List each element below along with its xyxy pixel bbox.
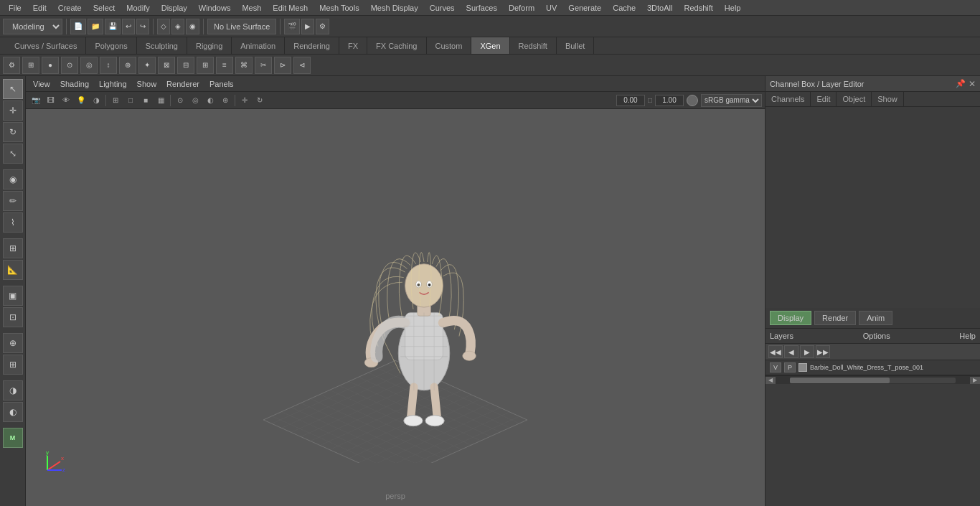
soft-select-tool[interactable]: ◉ [3,169,23,189]
layers-prev-btn[interactable]: ◀◀ [768,345,783,358]
vp-shadow-icon[interactable]: ◑ [89,94,103,107]
vp-isolate-icon[interactable]: ⊙ [173,94,187,107]
ws-tab-rigging[interactable]: Rigging [187,37,232,54]
scroll-left-btn[interactable]: ◀ [765,377,776,384]
hide-tool[interactable]: ◑ [3,380,23,400]
panel-close-btn[interactable]: ✕ [969,79,976,89]
vp-solid-icon[interactable]: ■ [138,94,153,107]
maya-logo[interactable]: M [3,428,23,448]
vp-eye-icon[interactable]: 👁 [59,94,73,107]
scroll-track[interactable] [790,378,956,383]
lasso-tool[interactable]: ⊡ [3,307,23,327]
ws-tab-rendering[interactable]: Rendering [285,37,339,54]
undo-btn[interactable]: ↩ [122,19,135,34]
ws-tab-sculpting[interactable]: Sculpting [137,37,187,54]
xgen-tool-4[interactable]: ◎ [80,57,98,74]
menu-windows[interactable]: Windows [193,2,237,14]
ch-tab-edit[interactable]: Edit [811,92,837,106]
ws-tab-polygons[interactable]: Polygons [86,37,136,54]
rotate-tool[interactable]: ↻ [3,122,23,142]
xgen-tool-13[interactable]: ✂ [255,57,272,74]
ws-tab-animation[interactable]: Animation [232,37,285,54]
menu-cache[interactable]: Cache [607,2,641,14]
layers-fwd-btn[interactable]: ▶▶ [816,345,830,358]
select-tool-btn[interactable]: ◇ [157,19,170,34]
vp-menu-view[interactable]: View [29,78,55,90]
ws-tab-curves-surfaces[interactable]: Curves / Surfaces [6,37,86,54]
grid-tool[interactable]: ⊞ [3,355,23,375]
vp-light-icon[interactable]: 💡 [74,94,88,107]
vp-menu-renderer[interactable]: Renderer [162,78,204,90]
scroll-right-btn[interactable]: ▶ [970,377,980,384]
menu-uv[interactable]: UV [540,2,562,14]
xgen-tool-2[interactable]: ● [42,57,59,74]
layers-back-btn[interactable]: ◀ [784,345,798,358]
layer-tab-render[interactable]: Render [814,311,856,325]
menu-curves[interactable]: Curves [424,2,461,14]
ws-tab-redshift[interactable]: Redshift [510,37,557,54]
menu-file[interactable]: File [3,2,27,14]
paint-tool[interactable]: ✏ [3,191,23,211]
ch-tab-channels[interactable]: Channels [765,92,811,106]
layers-scrollbar[interactable]: ◀ ▶ [765,375,980,384]
show-tool[interactable]: ◐ [3,402,23,422]
xgen-tool-3[interactable]: ⊙ [61,57,78,74]
menu-redshift[interactable]: Redshift [678,2,718,14]
xgen-tool-8[interactable]: ⊠ [158,57,175,74]
layer-tab-anim[interactable]: Anim [859,311,892,325]
xgen-tool-6[interactable]: ⊕ [119,57,136,74]
menu-display[interactable]: Display [156,2,193,14]
vp-wireframe-icon[interactable]: □ [123,94,138,107]
menu-select[interactable]: Select [88,2,121,14]
menu-mesh-tools[interactable]: Mesh Tools [314,2,364,14]
render-settings-btn[interactable]: ⚙ [316,19,329,34]
color-space-selector[interactable]: sRGB gamma [701,94,762,107]
ws-tab-bullet[interactable]: Bullet [557,37,595,54]
open-file-btn[interactable]: 📁 [88,19,103,34]
vp-shade-icon[interactable]: ◐ [203,94,217,107]
mode-selector[interactable]: Modeling [3,19,62,34]
vp-pivot-icon[interactable]: ✛ [237,94,252,107]
xgen-tool-1[interactable]: ⊞ [22,57,39,74]
vp-menu-panels[interactable]: Panels [205,78,238,90]
layer-tab-display[interactable]: Display [770,311,811,325]
vp-smooth-icon[interactable]: ⊛ [218,94,232,107]
redo-btn[interactable]: ↪ [136,19,149,34]
measure-tool[interactable]: 📐 [3,260,23,280]
select-tool[interactable]: ↖ [3,79,23,99]
menu-deform[interactable]: Deform [503,2,540,14]
xgen-tool-11[interactable]: ≡ [216,57,233,74]
snap-tool[interactable]: ⊞ [3,238,23,258]
sculpt-tool[interactable]: ⌇ [3,212,23,233]
ch-tab-show[interactable]: Show [872,92,904,106]
layers-options[interactable]: Options [863,332,890,340]
vp-refresh-icon[interactable]: ↻ [253,94,267,107]
ws-tab-xgen[interactable]: XGen [471,37,509,54]
viewport-canvas[interactable]: persp x y z [26,109,765,506]
layers-help[interactable]: Help [959,332,976,340]
xgen-tool-7[interactable]: ✦ [138,57,156,74]
ws-tab-fx[interactable]: FX [339,37,367,54]
xgen-tool-12[interactable]: ⌘ [235,57,253,74]
menu-create[interactable]: Create [52,2,88,14]
menu-mesh[interactable]: Mesh [236,2,267,14]
vp-texture-icon[interactable]: ▦ [154,94,168,107]
xgen-tool-5[interactable]: ↕ [100,57,117,74]
menu-edit-mesh[interactable]: Edit Mesh [267,2,314,14]
gamma-value-1[interactable] [616,95,645,106]
menu-edit[interactable]: Edit [27,2,52,14]
layer-visibility-btn[interactable]: V [770,362,781,373]
vp-menu-shading[interactable]: Shading [56,78,93,90]
paint-select-btn[interactable]: ◉ [186,19,199,34]
xgen-tool-15[interactable]: ⊲ [293,57,311,74]
new-file-btn[interactable]: 📄 [70,19,86,34]
vp-film-icon[interactable]: 🎞 [44,94,58,107]
plus-minus-tool[interactable]: ⊕ [3,333,23,353]
scale-tool[interactable]: ⤡ [3,144,23,164]
gamma-value-2[interactable] [655,95,684,106]
vp-menu-lighting[interactable]: Lighting [95,78,131,90]
menu-generate[interactable]: Generate [562,2,607,14]
menu-3dtool[interactable]: 3DtoAll [641,2,678,14]
menu-surfaces[interactable]: Surfaces [461,2,503,14]
menu-modify[interactable]: Modify [121,2,155,14]
